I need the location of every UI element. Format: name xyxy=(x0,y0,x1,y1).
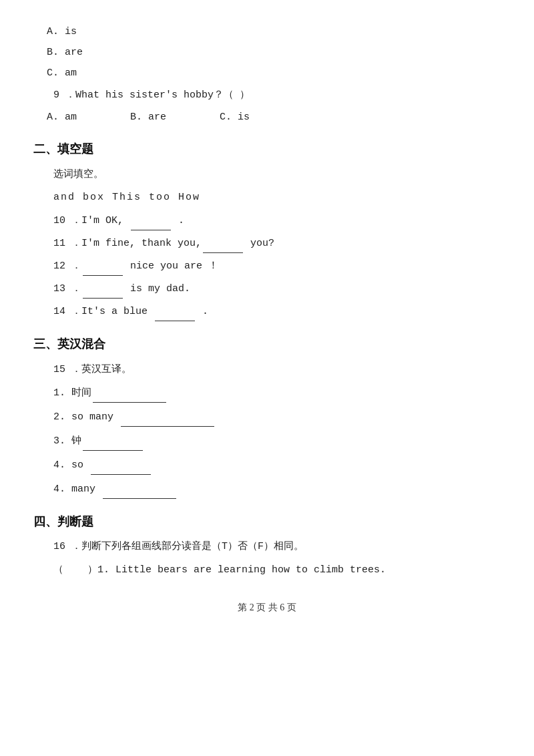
translate-4a: 4. so xyxy=(53,456,501,475)
fill-q14: 14 ．It's a blue . xyxy=(53,303,501,321)
q9-options-row: A. am B. are C. is xyxy=(47,108,501,126)
q9-option-b: B. are xyxy=(130,108,166,126)
translate-3: 3. 钟 xyxy=(53,432,501,451)
q8-option-a: A. is xyxy=(47,23,501,41)
translate-blank-2[interactable] xyxy=(121,408,214,427)
fill-q12: 12 ． nice you are ！ xyxy=(53,257,501,276)
blank-10[interactable] xyxy=(131,212,171,230)
section3-title: 三、英汉混合 xyxy=(33,333,501,355)
blank-14[interactable] xyxy=(155,303,195,321)
translate-blank-4b[interactable] xyxy=(103,480,176,499)
translate-2: 2. so many xyxy=(53,408,501,427)
fill-q13: 13 ． is my dad. xyxy=(53,280,501,299)
q16-intro: 16 ．判断下列各组画线部分读音是（T）否（F）相同。 xyxy=(53,538,501,556)
translate-blank-4a[interactable] xyxy=(91,456,151,475)
translate-blank-1[interactable] xyxy=(93,384,166,403)
blank-12[interactable] xyxy=(83,257,123,276)
q9-option-c: C. is xyxy=(220,108,250,126)
section2-intro: 选词填空。 xyxy=(53,165,501,183)
q9-option-a: A. am xyxy=(47,108,77,126)
translate-4b: 4. many xyxy=(53,480,501,499)
page-footer: 第 2 页 共 6 页 xyxy=(33,599,501,616)
translate-1: 1. 时间 xyxy=(53,384,501,403)
fill-q10: 10 ．I'm OK, . xyxy=(53,212,501,230)
q8-option-c: C. am xyxy=(47,64,501,82)
word-bank: and box This too How xyxy=(53,188,501,206)
section2-title: 二、填空题 xyxy=(33,138,501,160)
q9-text: 9 ．What his sister's hobby？（ ） xyxy=(53,86,501,104)
blank-11[interactable] xyxy=(203,234,243,253)
translate-blank-3[interactable] xyxy=(83,432,143,451)
fill-q11: 11 ．I'm fine, thank you, you? xyxy=(53,234,501,253)
section4-title: 四、判断题 xyxy=(33,511,501,532)
q15-text: 15 ．英汉互译。 xyxy=(53,361,501,379)
blank-13[interactable] xyxy=(83,280,123,299)
judge-item-1: （ ）1. Little bears are learning how to c… xyxy=(53,561,501,579)
q8-option-b: B. are xyxy=(47,43,501,61)
